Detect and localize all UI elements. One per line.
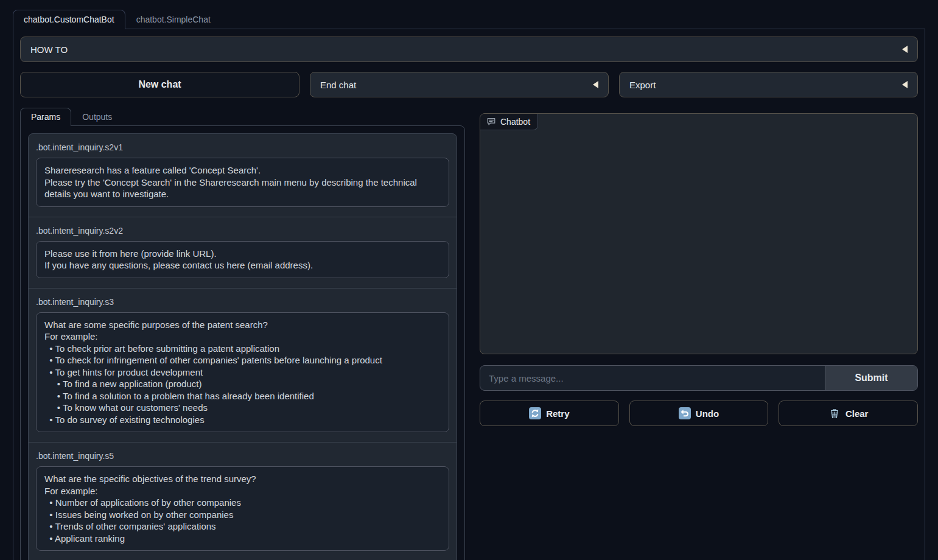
param-textarea-s5[interactable]: What are the specific objectives of the …: [36, 466, 449, 551]
clear-icon: [828, 407, 841, 419]
textarea-line: • To check prior art before submitting a…: [44, 343, 441, 355]
undo-icon: [679, 407, 691, 419]
export-label: Export: [629, 80, 656, 90]
params-form: .bot.intent_inquiry.s2v1 Shareresearch h…: [28, 133, 457, 560]
retry-button[interactable]: Retry: [480, 401, 619, 426]
howto-accordion[interactable]: HOW TO: [20, 37, 918, 62]
submit-button[interactable]: Submit: [825, 366, 917, 390]
retry-icon: [529, 407, 541, 419]
textarea-line: • To find a new application (product): [44, 378, 441, 390]
param-group-s5: .bot.intent_inquiry.s5 What are the spec…: [29, 443, 457, 560]
tab-chatbot-simplechat[interactable]: chatbot.SimpleChat: [125, 10, 222, 29]
param-textarea-s3[interactable]: What are some specific purposes of the p…: [36, 312, 449, 433]
end-chat-label: End chat: [320, 80, 356, 90]
textarea-line: What are the specific objectives of the …: [44, 473, 441, 485]
undo-button[interactable]: Undo: [629, 401, 769, 426]
chat-column: Chatbot Submit: [480, 108, 918, 426]
chevron-left-icon: [902, 46, 908, 53]
tab-outputs[interactable]: Outputs: [71, 108, 123, 125]
textarea-line: • To check for infringement of other com…: [44, 354, 441, 366]
param-label: .bot.intent_inquiry.s2v1: [36, 141, 449, 158]
end-chat-accordion[interactable]: End chat: [310, 72, 609, 97]
params-tab-nav: Params Outputs: [20, 108, 465, 125]
undo-label: Undo: [696, 408, 719, 419]
actions-row: New chat End chat Export: [20, 72, 918, 97]
textarea-line: What are some specific purposes of the p…: [44, 319, 441, 331]
param-group-s2v1: .bot.intent_inquiry.s2v1 Shareresearch h…: [29, 134, 457, 217]
clear-button[interactable]: Clear: [779, 401, 918, 426]
chatbot-panel-label: Chatbot: [480, 114, 538, 130]
chevron-left-icon: [902, 81, 908, 88]
params-column: Params Outputs .bot.intent_inquiry.s2v1 …: [20, 108, 465, 560]
message-input[interactable]: [480, 366, 825, 390]
textarea-line: Please try the 'Concept Search' in the S…: [44, 177, 441, 200]
param-group-s3: .bot.intent_inquiry.s3 What are some spe…: [29, 289, 457, 443]
new-chat-button[interactable]: New chat: [20, 72, 299, 97]
param-group-s2v2: .bot.intent_inquiry.s2v2 Please use it f…: [29, 217, 457, 289]
main-tab-nav: chatbot.CustomChatBot chatbot.SimpleChat: [13, 10, 925, 29]
textarea-line: • To do survey of existing technologies: [44, 414, 441, 426]
textarea-line: • To find a solution to a problem that h…: [44, 390, 441, 402]
param-textarea-s2v2[interactable]: Please use it from here (provide link UR…: [36, 241, 449, 278]
textarea-line: For example:: [44, 485, 441, 497]
chat-bubble-icon: [486, 117, 496, 127]
chat-actions-row: Retry Undo: [480, 401, 918, 426]
param-label: .bot.intent_inquiry.s3: [36, 296, 449, 312]
chatbot-label-text: Chatbot: [500, 117, 530, 127]
tab-params[interactable]: Params: [20, 108, 71, 126]
textarea-line: • Applicant ranking: [44, 533, 441, 545]
textarea-line: • To get hints for product development: [44, 366, 441, 379]
textarea-line: If you have any questions, please contac…: [44, 259, 441, 271]
textarea-line: Shareresearch has a feature called 'Conc…: [44, 164, 441, 177]
param-label: .bot.intent_inquiry.s5: [36, 450, 449, 466]
content-columns: Params Outputs .bot.intent_inquiry.s2v1 …: [20, 108, 918, 560]
howto-label: HOW TO: [30, 44, 68, 55]
textarea-line: • Number of applications of by other com…: [44, 497, 441, 509]
textarea-line: Please use it from here (provide link UR…: [44, 248, 441, 260]
params-tab-content: .bot.intent_inquiry.s2v1 Shareresearch h…: [20, 125, 465, 560]
retry-label: Retry: [546, 408, 569, 419]
textarea-line: • Trends of other companies' application…: [44, 520, 441, 533]
textarea-line: For example:: [44, 331, 441, 343]
chevron-left-icon: [593, 81, 598, 88]
chatbot-panel[interactable]: Chatbot: [480, 113, 918, 354]
param-label: .bot.intent_inquiry.s2v2: [36, 225, 449, 241]
app-root: chatbot.CustomChatBot chatbot.SimpleChat…: [0, 0, 938, 560]
textarea-line: • Issues being worked on by other compan…: [44, 509, 441, 521]
message-input-row: Submit: [480, 365, 918, 391]
tab-chatbot-customchatbot[interactable]: chatbot.CustomChatBot: [13, 10, 125, 29]
param-textarea-s2v1[interactable]: Shareresearch has a feature called 'Conc…: [36, 158, 449, 207]
export-accordion[interactable]: Export: [619, 72, 918, 97]
clear-label: Clear: [845, 408, 869, 419]
textarea-line: • To know what our customers' needs: [44, 402, 441, 414]
main-tab-content: HOW TO New chat End chat Export Params O…: [13, 29, 925, 560]
